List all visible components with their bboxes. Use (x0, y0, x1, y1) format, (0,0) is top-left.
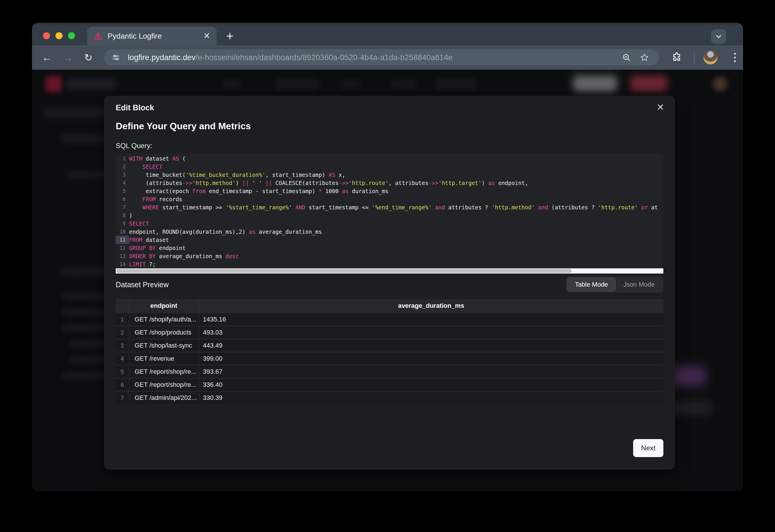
browser-menu-button[interactable] (729, 51, 741, 64)
chevron-down-icon (715, 33, 723, 41)
cell-endpoint: GET /shop/products (129, 329, 199, 336)
modal-close-button[interactable]: × (657, 101, 664, 113)
column-divider (199, 299, 199, 403)
profile-avatar[interactable] (704, 51, 717, 64)
table-row: 3GET /shop/last-sync443.49 (116, 339, 663, 352)
code-line: SELECT (129, 220, 663, 228)
new-tab-button[interactable]: + (226, 28, 234, 44)
url-path: /e-hosseini/ehsan/dashboards/8920360a-05… (196, 53, 453, 62)
line-number: 6 (116, 195, 129, 203)
code-line: ORDER BY average_duration_ms desc (129, 252, 663, 260)
row-number: 5 (116, 369, 129, 375)
line-number: 9 (116, 220, 129, 228)
row-number: 6 (116, 382, 129, 388)
browser-tab[interactable]: Pydantic Logfire ✕ (87, 27, 217, 45)
tab-strip: Pydantic Logfire ✕ + (32, 23, 743, 45)
sql-editor-lines: WITH dataset AS ( SELECT time_bucket('%t… (129, 154, 663, 268)
line-number: 10 (116, 228, 129, 236)
code-line: extract(epoch from end_timestamp - start… (129, 187, 663, 195)
code-line: WHERE start_timestamp >= '%start_time_ra… (129, 203, 663, 211)
code-line: WITH dataset AS ( (129, 154, 663, 163)
table-row: 2GET /shop/products493.03 (116, 326, 663, 339)
cell-average-duration: 493.03 (199, 329, 223, 336)
desktop: { "browser": { "tab_title": "Pydantic Lo… (0, 0, 775, 532)
sql-editor-hscrollbar[interactable] (116, 268, 663, 274)
line-number: 8 (116, 211, 129, 220)
traffic-light-zoom-button[interactable] (68, 32, 75, 39)
row-number: 1 (116, 316, 129, 323)
line-number: 5 (116, 187, 129, 195)
site-settings-icon[interactable] (112, 53, 120, 62)
dataset-preview-title: Dataset Preview (116, 281, 168, 289)
traffic-light-close-button[interactable] (43, 32, 50, 39)
code-line: FROM records (129, 195, 663, 203)
url-text: logfire.pydantic.dev/e-hosseini/ehsan/da… (128, 53, 622, 62)
preview-table-body: 1GET /shopify/auth/a...1435.162GET /shop… (116, 313, 663, 404)
json-mode-button[interactable]: Json Mode (616, 278, 662, 292)
table-row: 6GET /report/shop/re...336.40 (116, 379, 663, 391)
page-background: × Edit Block Define Your Query and Metri… (32, 70, 743, 491)
cell-endpoint: GET /report/shop/re... (129, 368, 199, 375)
line-number: 7 (116, 203, 129, 211)
line-number: 12 (116, 244, 129, 252)
sql-editor-gutter: 1234567891011121314 (116, 154, 129, 268)
code-line: (attributes->>'http.method') || ' ' || C… (129, 179, 663, 187)
preview-table-header: endpoint average_duration_ms (116, 299, 663, 312)
bookmark-star-icon[interactable] (640, 53, 649, 62)
cell-endpoint: GET /revenue (129, 355, 199, 362)
modal-subtitle: Define Your Query and Metrics (116, 121, 251, 132)
traffic-light-minimize-button[interactable] (55, 32, 62, 39)
next-button[interactable]: Next (633, 439, 663, 457)
url-domain: logfire.pydantic.dev (128, 53, 196, 62)
extensions-puzzle-icon[interactable] (671, 52, 682, 63)
zoom-out-indicator-icon[interactable] (622, 53, 631, 62)
edit-block-modal: × Edit Block Define Your Query and Metri… (104, 96, 675, 470)
line-number: 2 (116, 163, 129, 171)
table-row: 1GET /shopify/auth/a...1435.16 (116, 313, 663, 326)
table-row: 5GET /report/shop/re...393.67 (116, 366, 663, 378)
sql-query-label: SQL Query: (116, 142, 152, 150)
cell-endpoint: GET /shopify/auth/a... (129, 316, 199, 323)
address-bar[interactable]: logfire.pydantic.dev/e-hosseini/ehsan/da… (104, 49, 659, 66)
forward-button[interactable]: → (60, 45, 76, 70)
tab-close-icon[interactable]: ✕ (204, 32, 210, 40)
cell-endpoint: GET /shop/last-sync (129, 342, 199, 349)
browser-window: Pydantic Logfire ✕ + ← → ↻ logfire.pydan… (32, 23, 743, 491)
tab-list-chevron-button[interactable] (711, 29, 726, 44)
row-number: 7 (116, 395, 129, 401)
cell-average-duration: 1435.16 (199, 316, 226, 323)
cell-average-duration: 399.00 (199, 355, 223, 362)
cell-average-duration: 330.39 (199, 394, 223, 402)
code-line: ) (129, 211, 663, 220)
table-row: 7GET /admin/api/202...330.39 (116, 392, 663, 404)
line-number: 4 (116, 179, 129, 187)
tab-title: Pydantic Logfire (107, 32, 198, 41)
line-number: 13 (116, 252, 129, 260)
code-line: SELECT (129, 163, 663, 171)
back-button[interactable]: ← (39, 45, 55, 70)
sql-editor-hscrollbar-thumb[interactable] (116, 269, 571, 273)
table-mode-button[interactable]: Table Mode (567, 278, 616, 292)
code-line: FROM dataset (129, 236, 663, 244)
sql-editor[interactable]: 1234567891011121314 WITH dataset AS ( SE… (116, 153, 663, 268)
row-number: 2 (116, 329, 129, 336)
browser-toolbar: ← → ↻ logfire.pydantic.dev/e-hosseini/eh… (32, 45, 743, 70)
row-number: 4 (116, 355, 129, 362)
cell-endpoint: GET /report/shop/re... (129, 381, 199, 389)
line-number: 11 (116, 236, 129, 244)
logfire-favicon-icon (94, 32, 102, 40)
cell-endpoint: GET /admin/api/202... (129, 394, 199, 402)
preview-table: endpoint average_duration_ms 1GET /shopi… (116, 299, 663, 403)
toolbar-divider (694, 52, 695, 63)
table-row: 4GET /revenue399.00 (116, 353, 663, 365)
code-line: LIMIT 7; (129, 260, 663, 268)
line-number: 3 (116, 171, 129, 179)
row-number: 3 (116, 342, 129, 349)
column-header-endpoint: endpoint (129, 299, 199, 312)
code-line: time_bucket('%time_bucket_duration%', st… (129, 171, 663, 179)
cell-average-duration: 393.67 (199, 368, 223, 375)
column-header-average-duration: average_duration_ms (199, 299, 663, 312)
column-divider (129, 299, 129, 403)
code-line: endpoint, ROUND(avg(duration_ms),2) as a… (129, 228, 663, 236)
reload-button[interactable]: ↻ (80, 45, 96, 70)
